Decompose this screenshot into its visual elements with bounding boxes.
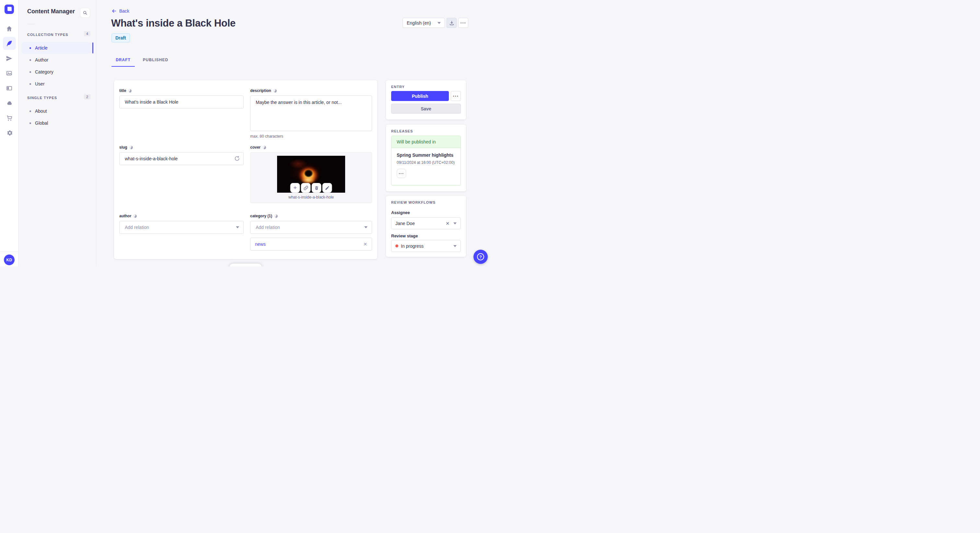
relation-item-news: news ✕ (250, 238, 372, 251)
sidebar-item-label: Article (35, 45, 48, 51)
bullet-icon (30, 59, 31, 61)
regenerate-slug-icon[interactable] (234, 156, 240, 161)
category-field-label: category (1) (250, 214, 272, 218)
chevron-down-icon[interactable] (236, 226, 239, 228)
page-title: What's inside a Black Hole (111, 17, 235, 29)
home-icon (6, 25, 13, 32)
download-icon (449, 21, 454, 25)
collection-types-count-badge: 4 (84, 31, 91, 36)
strapi-logo[interactable] (5, 5, 14, 14)
status-badge: Draft (111, 33, 130, 43)
content-manager-sidebar: Content Manager COLLECTION TYPES 4 Artic… (19, 0, 96, 266)
description-field: description Maybe the answer is in this … (250, 89, 372, 139)
header-more-button[interactable]: ··· (458, 18, 468, 28)
cover-field-label: cover (250, 145, 261, 150)
release-name[interactable]: Spring Summer highlights (397, 152, 455, 158)
chevron-down-icon (438, 22, 441, 24)
locale-value: English (en) (407, 21, 435, 25)
author-field: author (119, 214, 244, 234)
sidebar-item-label: Author (35, 57, 48, 62)
sidebar-item-global[interactable]: Global (22, 117, 93, 128)
publish-button[interactable]: Publish (391, 91, 449, 101)
bullet-icon (30, 47, 31, 49)
nav-settings-button[interactable] (3, 126, 16, 139)
globe-icon (273, 89, 277, 93)
globe-icon (274, 214, 278, 218)
delete-asset-button[interactable] (312, 183, 321, 193)
feather-icon (6, 40, 13, 47)
back-link[interactable]: Back (111, 8, 129, 14)
nav-media-library-button[interactable] (3, 67, 16, 80)
sidebar-item-label: Global (35, 121, 48, 125)
release-status: Will be published in (391, 136, 460, 148)
tab-published[interactable]: PUBLISHED (137, 54, 174, 66)
locale-select[interactable]: English (en) (402, 18, 445, 28)
sidebar-title: Content Manager (27, 8, 75, 15)
cover-toolbar: + (290, 183, 332, 193)
pencil-icon (325, 186, 329, 190)
sidebar-item-category[interactable]: Category (22, 67, 93, 78)
entry-more-button[interactable]: ··· (451, 91, 461, 101)
edit-asset-button[interactable] (323, 183, 332, 193)
paper-plane-icon (6, 55, 13, 62)
save-button[interactable]: Save (391, 104, 461, 114)
search-button[interactable] (80, 8, 90, 18)
entry-form-card: title description Maybe the answer is in… (114, 80, 377, 259)
floating-action-bar-partial[interactable] (229, 263, 262, 266)
sidebar-item-user[interactable]: User (22, 78, 93, 89)
sidebar-item-article[interactable]: Article (22, 43, 93, 54)
sidebar-divider (27, 24, 35, 24)
nav-deploy-button[interactable] (3, 97, 16, 109)
review-stage-select[interactable]: In progress (391, 240, 461, 252)
help-button[interactable]: ? (474, 250, 488, 264)
entry-panel-title: ENTRY (391, 85, 405, 89)
author-relation-input[interactable] (119, 221, 244, 234)
question-mark-icon: ? (477, 253, 484, 260)
globe-icon (128, 89, 132, 93)
release-more-button[interactable]: ··· (397, 169, 406, 178)
search-icon (83, 10, 88, 15)
link-icon (303, 186, 308, 190)
relation-link[interactable]: news (255, 241, 363, 247)
review-stage-label: Review stage (391, 233, 418, 238)
sidebar-item-author[interactable]: Author (22, 54, 93, 65)
assignee-value: Jane Doe (395, 221, 443, 226)
clear-assignee-icon[interactable]: ✕ (445, 221, 450, 226)
category-relation-input[interactable] (250, 221, 372, 234)
globe-icon (262, 145, 266, 150)
sidebar-item-label: User (35, 81, 45, 86)
nav-home-button[interactable] (3, 22, 16, 35)
remove-relation-icon[interactable]: ✕ (363, 241, 367, 247)
layout-icon (6, 85, 13, 92)
main-nav-rail: KD (0, 0, 19, 266)
title-field-label: title (119, 89, 126, 93)
copy-link-button[interactable] (301, 183, 311, 193)
slug-field-label: slug (119, 145, 127, 150)
section-collection-types: COLLECTION TYPES (27, 33, 68, 36)
tab-draft[interactable]: DRAFT (111, 54, 135, 66)
more-icon: ··· (460, 20, 466, 25)
download-button[interactable] (447, 18, 457, 28)
chevron-down-icon (453, 222, 457, 224)
title-input[interactable] (119, 95, 244, 108)
nav-releases-button[interactable] (3, 52, 16, 65)
chevron-down-icon[interactable] (364, 226, 368, 228)
section-single-types: SINGLE TYPES (27, 96, 57, 100)
assignee-select[interactable]: Jane Doe ✕ (391, 217, 461, 229)
nav-marketplace-button[interactable] (3, 111, 16, 124)
version-tabs: DRAFT PUBLISHED (111, 54, 174, 66)
description-hint: max. 80 characters (250, 134, 372, 139)
nav-content-type-builder-button[interactable] (3, 82, 16, 95)
description-textarea[interactable]: Maybe the answer is in this article, or … (250, 95, 372, 131)
trash-icon (314, 186, 319, 190)
nav-content-manager-button[interactable] (3, 37, 16, 50)
entry-panel: ENTRY Publish ··· Save (386, 80, 466, 119)
more-icon: ··· (453, 93, 459, 99)
release-card: Will be published in Spring Summer highl… (391, 136, 461, 186)
user-avatar[interactable]: KD (4, 254, 14, 265)
add-asset-button[interactable]: + (290, 183, 300, 193)
sidebar-item-about[interactable]: About (22, 106, 93, 117)
cloud-icon (6, 100, 13, 106)
slug-input[interactable] (119, 152, 244, 165)
single-types-count-badge: 2 (84, 94, 91, 99)
